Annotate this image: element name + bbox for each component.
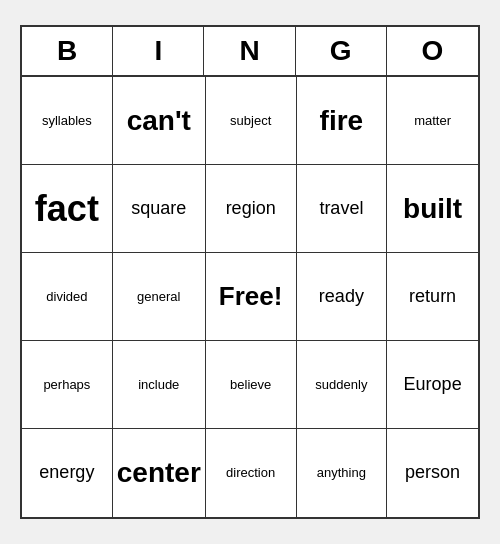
bingo-cell: center: [113, 429, 206, 517]
bingo-cell: perhaps: [22, 341, 113, 429]
bingo-cell: include: [113, 341, 206, 429]
bingo-cell: travel: [297, 165, 388, 253]
bingo-cell: syllables: [22, 77, 113, 165]
bingo-header: BINGO: [22, 27, 478, 77]
bingo-cell: person: [387, 429, 478, 517]
bingo-cell: believe: [206, 341, 297, 429]
bingo-cell: return: [387, 253, 478, 341]
bingo-cell: direction: [206, 429, 297, 517]
bingo-cell: region: [206, 165, 297, 253]
bingo-cell: fire: [297, 77, 388, 165]
bingo-cell: Free!: [206, 253, 297, 341]
header-letter: B: [22, 27, 113, 75]
bingo-cell: anything: [297, 429, 388, 517]
bingo-cell: suddenly: [297, 341, 388, 429]
bingo-cell: energy: [22, 429, 113, 517]
bingo-cell: Europe: [387, 341, 478, 429]
bingo-cell: fact: [22, 165, 113, 253]
bingo-cell: divided: [22, 253, 113, 341]
bingo-card: BINGO syllablescan'tsubjectfirematterfac…: [20, 25, 480, 519]
bingo-cell: built: [387, 165, 478, 253]
header-letter: G: [296, 27, 387, 75]
bingo-cell: matter: [387, 77, 478, 165]
bingo-cell: ready: [297, 253, 388, 341]
header-letter: N: [204, 27, 295, 75]
bingo-cell: subject: [206, 77, 297, 165]
header-letter: I: [113, 27, 204, 75]
header-letter: O: [387, 27, 478, 75]
bingo-cell: can't: [113, 77, 206, 165]
bingo-cell: square: [113, 165, 206, 253]
bingo-grid: syllablescan'tsubjectfirematterfactsquar…: [22, 77, 478, 517]
bingo-cell: general: [113, 253, 206, 341]
